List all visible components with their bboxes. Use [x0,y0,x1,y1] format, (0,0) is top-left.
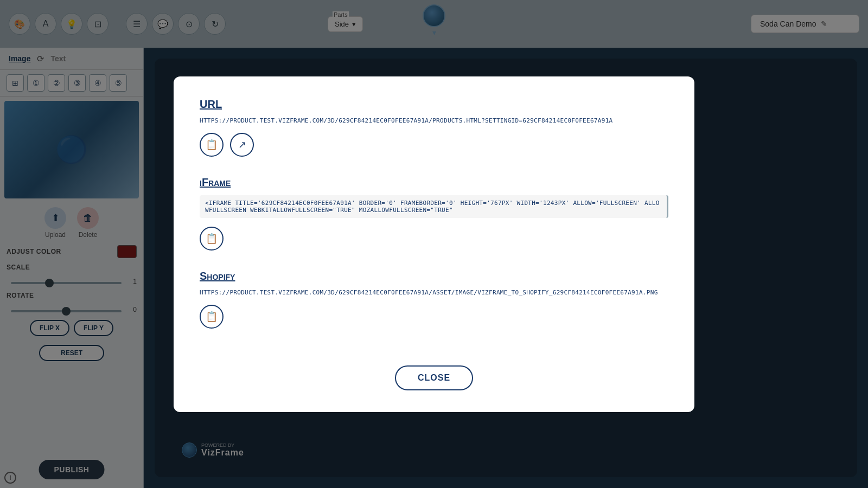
modal-close-area: Close [200,348,668,390]
shopify-section-title: Shopify [200,270,668,282]
external-link-icon: ↗ [238,139,246,151]
iframe-clipboard-icon: 📋 [206,233,218,245]
share-modal: URL HTTPS://PRODUCT.TEST.VIZFRAME.COM/3D… [174,76,694,412]
url-copy-button[interactable]: 📋 [200,133,224,157]
modal-overlay[interactable]: URL HTTPS://PRODUCT.TEST.VIZFRAME.COM/3D… [0,0,868,488]
shopify-url-value: HTTPS://PRODUCT.TEST.VIZFRAME.COM/3D/629… [200,289,668,296]
clipboard-icon: 📋 [206,139,218,151]
url-section: URL HTTPS://PRODUCT.TEST.VIZFRAME.COM/3D… [200,98,668,157]
url-value: HTTPS://PRODUCT.TEST.VIZFRAME.COM/3D/629… [200,117,668,124]
url-action-btns: 📋 ↗ [200,133,668,157]
iframe-section-title: iFrame [200,176,668,189]
iframe-code-value: <IFRAME TITLE='629CF84214EC0F0FEE67A91A'… [200,195,668,218]
iframe-action-btns: 📋 [200,227,668,251]
shopify-clipboard-icon: 📋 [206,311,218,323]
close-button[interactable]: Close [395,365,473,390]
url-section-title: URL [200,98,668,111]
url-open-button[interactable]: ↗ [230,133,254,157]
iframe-section: iFrame <IFRAME TITLE='629CF84214EC0F0FEE… [200,176,668,251]
shopify-action-btns: 📋 [200,305,668,329]
shopify-copy-button[interactable]: 📋 [200,305,224,329]
iframe-copy-button[interactable]: 📋 [200,227,224,251]
shopify-section: Shopify HTTPS://PRODUCT.TEST.VIZFRAME.CO… [200,270,668,329]
